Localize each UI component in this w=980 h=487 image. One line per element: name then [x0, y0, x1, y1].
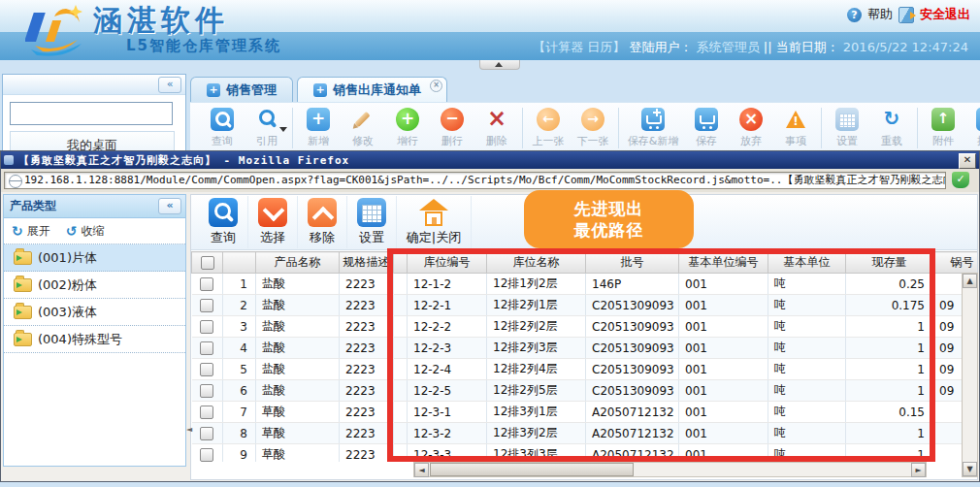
- toolbar-item-label: 放弃: [740, 134, 762, 148]
- tab-sales-outbound-notice[interactable]: 销售出库通知单: [297, 77, 447, 102]
- table-row[interactable]: 3盐酸222312-2-212排2列2层C2051309093001吨109: [192, 316, 978, 338]
- row-checkbox[interactable]: [200, 277, 213, 291]
- popup-toolbar-设置[interactable]: 设置: [347, 196, 397, 248]
- logout-link[interactable]: 安全退出: [920, 6, 970, 23]
- toolbar-item-引用[interactable]: 引用: [245, 108, 289, 148]
- scroll-up-icon[interactable]: ▲: [963, 274, 977, 288]
- tab-close-icon[interactable]: [430, 80, 442, 92]
- row-checkbox[interactable]: [200, 299, 213, 312]
- horizontal-scroll-thumb[interactable]: [430, 463, 634, 476]
- column-header[interactable]: 批号: [586, 252, 679, 274]
- sidebar-collapse-button[interactable]: «: [158, 77, 181, 93]
- column-header[interactable]: 库位名称: [487, 252, 586, 274]
- vertical-scrollbar[interactable]: ▲ ▼: [962, 273, 978, 477]
- cell-location-code: 12-2-5: [408, 380, 487, 402]
- toolbar-item-label: 删行: [441, 134, 463, 148]
- header-checkbox[interactable]: [201, 256, 214, 270]
- popup-toolbar-选择[interactable]: 选择: [248, 196, 298, 248]
- popup-toolbar-label: 确定|关闭: [407, 229, 461, 246]
- toolbar-item-事项[interactable]: 事项: [773, 108, 818, 148]
- column-header[interactable]: 基本单位: [768, 252, 846, 274]
- cell-spec: 2223: [340, 444, 394, 463]
- dialog-close-button[interactable]: ✕: [959, 153, 976, 169]
- logout-door-icon[interactable]: [898, 7, 914, 23]
- cell-spec: 2223: [340, 402, 394, 423]
- table-row[interactable]: 9草酸222312-3-312排3列3层A2050712132001吨1: [192, 444, 978, 463]
- toolbar-item-新增[interactable]: 新增: [296, 108, 341, 148]
- popup-toolbar-确定|关闭[interactable]: 确定|关闭: [397, 196, 472, 248]
- toolbar-item-附件[interactable]: 附件: [921, 108, 965, 148]
- tree-collapse-button[interactable]: «: [158, 198, 181, 214]
- table-row[interactable]: 1盐酸222312-1-212排1列2层146P001吨0.25: [192, 274, 978, 295]
- tree-item[interactable]: (003)液体: [4, 299, 185, 326]
- row-checkbox[interactable]: [200, 448, 213, 462]
- column-header[interactable]: 现存量: [846, 252, 933, 274]
- row-checkbox[interactable]: [200, 406, 213, 419]
- tree-item[interactable]: (004)特殊型号: [4, 326, 185, 353]
- toolbar-item-上一张[interactable]: 上一张: [526, 108, 571, 148]
- tools-links[interactable]: 【计算器 日历】: [533, 40, 625, 54]
- collapse-all-link[interactable]: ↺ 收缩: [66, 223, 105, 240]
- expand-all-link[interactable]: ↻ 展开: [12, 223, 50, 240]
- toolbar-item-查询[interactable]: 查询: [200, 108, 245, 148]
- toolbar-item-删除[interactable]: 删除: [474, 108, 519, 148]
- sidebar-search-input[interactable]: [10, 102, 173, 125]
- toolbar-item-删行[interactable]: 删行: [430, 108, 474, 148]
- column-header[interactable]: 基本单位编号: [679, 252, 768, 274]
- table-row[interactable]: 5盐酸222312-2-412排2列4层C2051309093001吨109: [192, 359, 978, 380]
- url-field[interactable]: 192.168.1.128:8881/Module/Comm/CommOpen.…: [4, 172, 946, 189]
- column-header[interactable]: 规格描述: [340, 252, 394, 274]
- security-shield-icon[interactable]: ✓: [952, 172, 969, 188]
- popup-toolbar-移除[interactable]: 移除: [298, 196, 347, 248]
- row-checkbox-cell: [192, 359, 223, 380]
- column-header[interactable]: 库位编号: [408, 252, 487, 274]
- table-row[interactable]: 8草酸222312-3-212排3列2层A2050712132001吨1: [192, 423, 978, 444]
- cell-unit: 吨: [768, 338, 846, 359]
- cell-batch-no: A2050712132: [586, 402, 679, 423]
- table-row[interactable]: 4盐酸222312-2-312排2列3层C2051309093001吨109: [192, 338, 978, 359]
- column-header[interactable]: [394, 252, 408, 274]
- help-icon[interactable]: ?: [847, 8, 862, 22]
- header-rownum: [223, 252, 256, 274]
- scroll-right-icon[interactable]: ►: [911, 463, 926, 477]
- row-checkbox[interactable]: [200, 341, 213, 355]
- column-header[interactable]: 锅号: [933, 252, 978, 274]
- cell-product-name: 草酸: [256, 423, 340, 444]
- toolbar-item-放弃[interactable]: 放弃: [729, 108, 773, 148]
- cell-unit-code: 001: [679, 359, 768, 380]
- table-row[interactable]: 6盐酸222312-2-512排2列5层C2051309093001吨109: [192, 380, 978, 402]
- table-row[interactable]: 7草酸222312-3-112排3列1层A2050712132001吨0.15: [192, 402, 978, 423]
- toolbar-item-下一张[interactable]: 下一张: [571, 108, 615, 148]
- toolbar-item-设置[interactable]: 设置: [825, 108, 869, 148]
- help-link[interactable]: 帮助: [867, 6, 893, 23]
- scroll-left-icon[interactable]: ◄: [414, 463, 429, 477]
- table-row[interactable]: 2盐酸222312-2-112排2列1层C2051309093001吨0.175…: [192, 295, 978, 316]
- toolbar-item-修改[interactable]: 修改: [341, 108, 385, 148]
- tree-item[interactable]: (002)粉体: [4, 272, 185, 299]
- splitter-arrow-icon[interactable]: ◄: [186, 425, 192, 434]
- cell-gap: [394, 402, 408, 423]
- row-checkbox[interactable]: [200, 427, 213, 440]
- dialog-titlebar[interactable]: 【勇敢坚毅真正之才智乃刚毅之志向】 - Mozilla Firefox ✕: [1, 151, 979, 169]
- toolbar-item-重载[interactable]: 重载: [869, 108, 914, 148]
- column-header[interactable]: 产品名称: [256, 252, 340, 274]
- scroll-down-icon[interactable]: ▼: [963, 462, 977, 476]
- cell-unit-code: 001: [679, 402, 768, 423]
- toolbar-item-增行[interactable]: 增行: [385, 108, 430, 148]
- tab-sales-management[interactable]: 销售管理: [190, 77, 293, 102]
- horizontal-scrollbar[interactable]: ◄ ►: [413, 462, 927, 477]
- row-checkbox[interactable]: [200, 363, 213, 376]
- cell-rownum: 4: [223, 338, 256, 359]
- panel-collapse-handle[interactable]: [479, 60, 520, 70]
- toolbar-item-提交[interactable]: 提交: [965, 108, 980, 148]
- minus-red-circle-icon: [441, 108, 464, 131]
- toolbar-item-保存&新增[interactable]: 保存&新增: [622, 108, 684, 148]
- tree-links: ↻ 展开 ↺ 收缩: [4, 218, 185, 244]
- tree-item[interactable]: (001)片体: [4, 244, 185, 272]
- toolbar-item-保存[interactable]: 保存: [684, 108, 729, 148]
- pencil-icon: [351, 108, 375, 131]
- row-checkbox[interactable]: [200, 320, 213, 334]
- dropdown-caret-icon[interactable]: [279, 127, 287, 132]
- popup-toolbar-查询[interactable]: 查询: [199, 196, 248, 248]
- row-checkbox[interactable]: [200, 384, 213, 398]
